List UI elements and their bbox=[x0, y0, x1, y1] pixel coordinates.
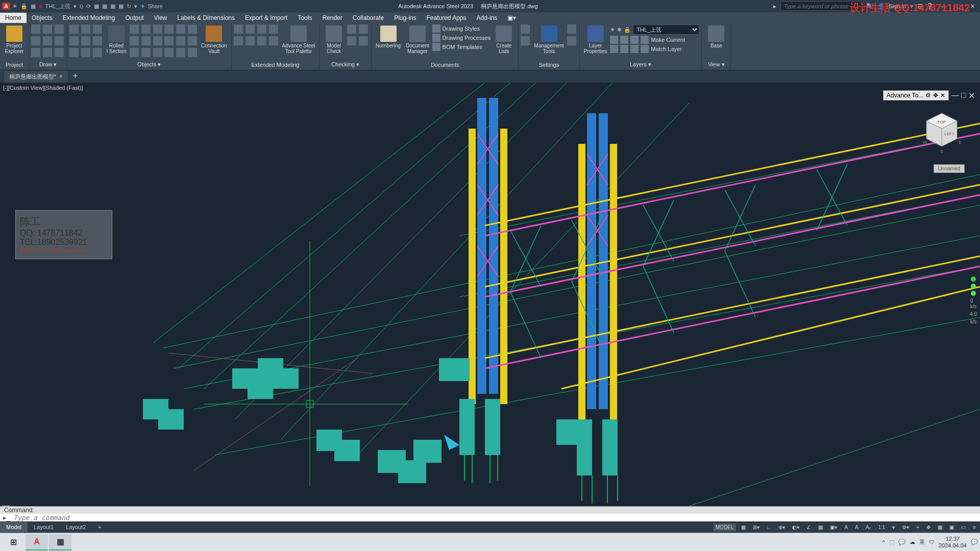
model-check-button[interactable]: ModelCheck bbox=[322, 24, 346, 55]
obj-tool[interactable] bbox=[153, 24, 162, 34]
layout-tab-1[interactable]: Layout1 bbox=[28, 522, 60, 532]
menu-export-import[interactable]: Export & Import bbox=[240, 13, 292, 23]
obj-tool[interactable] bbox=[93, 36, 102, 45]
drawing-styles-button[interactable]: Drawing Styles bbox=[432, 24, 491, 33]
menu-objects[interactable]: Objects bbox=[27, 13, 58, 23]
draw-line-tool[interactable] bbox=[31, 24, 40, 34]
layout-tab-add[interactable]: + bbox=[92, 522, 107, 532]
model-canvas[interactable] bbox=[0, 83, 980, 506]
status-polar-icon[interactable]: ⊕▾ bbox=[776, 523, 787, 531]
view-cube[interactable]: TOP LEFT W E S bbox=[919, 108, 965, 154]
status-3dosnap-icon[interactable]: ∠ bbox=[804, 523, 813, 531]
menu-overflow-icon[interactable]: ▣▾ bbox=[502, 13, 521, 23]
menu-addins[interactable]: Add-ins bbox=[472, 13, 503, 23]
qat-icon[interactable]: ▦ bbox=[31, 3, 36, 10]
menu-plugins[interactable]: Plug-ins bbox=[389, 13, 421, 23]
obj-tool[interactable] bbox=[188, 48, 197, 57]
nav-toolbar[interactable]: Advance To... ⚙ ✥ ✕ bbox=[883, 90, 949, 101]
qat-icon[interactable]: ☀ bbox=[12, 3, 17, 10]
status-qp-icon[interactable]: A bbox=[853, 523, 861, 531]
qat-dropdown-icon[interactable]: ▾ bbox=[74, 3, 77, 10]
status-iso-icon[interactable]: ▦ bbox=[936, 523, 944, 531]
layer-state-icon[interactable]: ☀ bbox=[610, 27, 615, 33]
file-tab-close-icon[interactable]: × bbox=[59, 73, 62, 81]
tray-shield-icon[interactable]: 🛡 bbox=[929, 539, 935, 545]
obj-tool[interactable] bbox=[164, 24, 174, 34]
obj-tool[interactable] bbox=[141, 24, 151, 34]
obj-tool[interactable] bbox=[141, 36, 151, 45]
extmod-tool[interactable] bbox=[269, 24, 278, 34]
draw-tool[interactable] bbox=[55, 36, 64, 45]
obj-tool[interactable] bbox=[69, 36, 79, 45]
obj-tool[interactable] bbox=[176, 48, 185, 57]
file-tab[interactable]: 桐庐悬廊出图模型* × bbox=[4, 71, 68, 83]
status-model[interactable]: MODEL bbox=[714, 523, 736, 531]
nav-gear-icon[interactable]: ⚙ bbox=[925, 92, 931, 99]
connection-vault-button[interactable]: ConnectionVault bbox=[199, 24, 229, 55]
qat-icon[interactable]: ⎙ bbox=[80, 3, 83, 9]
qat-layer-combo[interactable]: THL_上弦 bbox=[45, 3, 70, 10]
layer-state-icon[interactable]: ❄ bbox=[617, 27, 622, 33]
status-sc-icon[interactable]: Aₓ bbox=[864, 523, 873, 531]
draw-arc-tool[interactable] bbox=[31, 36, 40, 45]
project-explorer-button[interactable]: ProjectExplorer bbox=[2, 24, 27, 55]
status-transparency-icon[interactable]: A bbox=[842, 523, 850, 531]
status-clean-icon[interactable]: ▭ bbox=[959, 523, 968, 531]
create-lists-button[interactable]: CreateLists bbox=[492, 24, 516, 55]
share-icon[interactable]: ✈ bbox=[140, 3, 145, 10]
qat-icon[interactable]: ↻ bbox=[127, 3, 131, 10]
draw-tool[interactable] bbox=[43, 36, 52, 45]
extmod-tool[interactable] bbox=[257, 36, 266, 45]
obj-tool[interactable] bbox=[188, 24, 197, 34]
check-tool[interactable] bbox=[359, 36, 368, 45]
layer-state-icon[interactable]: 🔒 bbox=[624, 27, 631, 33]
extmod-tool[interactable] bbox=[269, 36, 278, 45]
obj-tool[interactable] bbox=[130, 24, 139, 34]
status-gear-icon[interactable]: ⚙▾ bbox=[900, 523, 911, 531]
search-expand-icon[interactable]: ▸ bbox=[773, 3, 776, 10]
obj-tool[interactable] bbox=[81, 36, 90, 45]
layout-tab-2[interactable]: Layout2 bbox=[60, 522, 92, 532]
obj-tool[interactable] bbox=[153, 48, 162, 57]
layout-tab-model[interactable]: Model bbox=[0, 522, 28, 532]
check-tool[interactable] bbox=[359, 24, 368, 34]
obj-tool[interactable] bbox=[69, 24, 79, 34]
menu-output[interactable]: Output bbox=[120, 13, 149, 23]
extmod-tool[interactable] bbox=[234, 36, 243, 45]
taskbar-app-2[interactable]: ▦ bbox=[49, 534, 71, 550]
status-ortho-icon[interactable]: ∟ bbox=[765, 523, 774, 531]
bom-templates-button[interactable]: BOM Templates bbox=[432, 43, 491, 51]
drawing-processes-button[interactable]: Drawing Processes bbox=[432, 34, 491, 42]
obj-tool[interactable] bbox=[164, 48, 174, 57]
tool-palette-button[interactable]: Advance SteelTool Palette bbox=[280, 24, 317, 55]
settings-tool[interactable] bbox=[567, 24, 576, 34]
menu-tools[interactable]: Tools bbox=[292, 13, 317, 23]
status-dyn-icon[interactable]: ▦ bbox=[816, 523, 825, 531]
obj-tool[interactable] bbox=[81, 48, 90, 57]
base-view-button[interactable]: Base bbox=[704, 24, 728, 49]
tray-ime-icon[interactable]: 英 bbox=[919, 538, 925, 546]
qat-icon[interactable]: ▦ bbox=[102, 3, 107, 10]
draw-tool[interactable] bbox=[55, 48, 64, 57]
obj-tool[interactable] bbox=[130, 36, 139, 45]
numbering-button[interactable]: Numbering bbox=[374, 24, 403, 49]
check-tool[interactable] bbox=[347, 24, 356, 34]
obj-tool[interactable] bbox=[81, 24, 90, 34]
menu-home[interactable]: Home bbox=[0, 13, 27, 23]
obj-tool[interactable] bbox=[93, 24, 102, 34]
layer-properties-button[interactable]: LayerProperties bbox=[582, 24, 609, 55]
make-current-button[interactable]: Make Current bbox=[610, 36, 699, 44]
extmod-tool[interactable] bbox=[246, 24, 255, 34]
menu-collaborate[interactable]: Collaborate bbox=[348, 13, 389, 23]
start-button[interactable]: ⊞ bbox=[2, 534, 24, 550]
tray-icon[interactable]: 💬 bbox=[898, 539, 905, 545]
tray-icon[interactable]: ⬚ bbox=[889, 539, 894, 545]
draw-polyline-tool[interactable] bbox=[43, 24, 52, 34]
status-grid-icon[interactable]: ▦ bbox=[739, 523, 748, 531]
vp-close-icon[interactable]: ✕ bbox=[968, 91, 975, 101]
menu-extended-modeling[interactable]: Extended Modeling bbox=[58, 13, 120, 23]
extmod-tool[interactable] bbox=[246, 36, 255, 45]
draw-circle-tool[interactable] bbox=[55, 24, 64, 34]
tray-icon[interactable]: ☁ bbox=[910, 539, 915, 545]
settings-tool[interactable] bbox=[567, 36, 576, 45]
